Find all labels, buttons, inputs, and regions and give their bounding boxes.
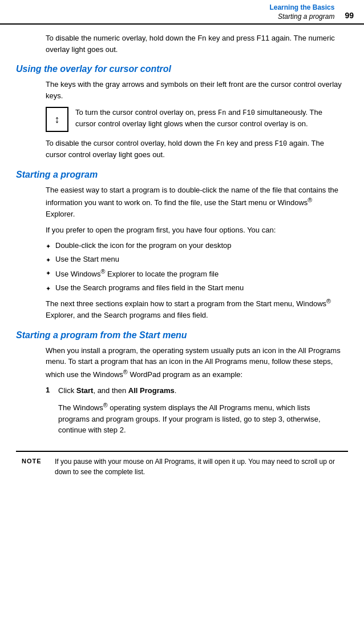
list-item-text: Double-click the icon for the program on… [55,240,232,251]
bottom-note-bar: NOTE If you pause with your mouse on All… [16,451,348,477]
options-list: ✦ Double-click the icon for the program … [46,240,342,293]
starting-content: The easiest way to start a program is to… [46,185,342,321]
start-menu-para1: When you install a program, the operatin… [46,345,342,380]
list-item: ✦ Use the Start menu [46,254,342,265]
overlay-content: The keys with the gray arrows and symbol… [46,79,342,161]
header-section: Starting a program [269,13,334,22]
intro-paragraph: To disable the numeric overlay, hold dow… [46,33,342,55]
page-number: 99 [345,11,354,21]
starting-para1: The easiest way to start a program is to… [46,185,342,220]
start-menu-content: When you install a program, the operatin… [46,345,342,440]
header-chapter: Learning the Basics [269,3,334,13]
intro-section: To disable the numeric overlay, hold dow… [46,33,342,55]
arrows-icon: ↕ [55,114,60,126]
header-text: Learning the Basics Starting a program [269,3,334,21]
note-body-text: If you pause with your mouse on All Prog… [55,456,342,477]
bullet-icon: ✦ [46,242,51,251]
step-1-row: 1 Click Start, and then All Programs. Th… [46,385,342,440]
list-item: ✦ Use the Search programs and files fiel… [46,282,342,294]
note-box: ↕ To turn the cursor control overlay on,… [46,107,342,132]
overlay-para1: The keys with the gray arrows and symbol… [46,79,342,101]
starting-para2: If you prefer to open the program first,… [46,225,342,236]
list-item: ✦ Double-click the icon for the program … [46,240,342,251]
start-menu-heading: Starting a program from the Start menu [16,330,348,340]
bullet-icon: ✦ [46,255,51,265]
list-item: ✦ Use Windows® Explorer to locate the pr… [46,267,342,280]
main-content: To disable the numeric overlay, hold dow… [0,25,364,485]
page-header: Learning the Basics Starting a program 9… [0,0,364,25]
step-1-content: Click Start, and then All Programs. The … [58,385,342,440]
list-item-text: Use the Search programs and files field … [55,282,244,294]
overlay-para2: To disable the cursor control overlay, h… [46,138,342,161]
cursor-icon: ↕ [46,107,68,132]
overlay-heading: Using the overlay for cursor control [16,64,348,74]
list-item-text: Use the Start menu [55,254,119,265]
note-box-text: To turn the cursor control overlay on, p… [75,107,342,130]
step-1-number: 1 [46,386,58,394]
bullet-icon: ✦ [46,284,51,294]
step-1-instruction: Click Start, and then All Programs. [58,385,342,396]
step-1-result: The Windows® operating system displays t… [58,400,342,436]
list-item-text: Use Windows® Explorer to locate the prog… [55,267,219,280]
note-label: NOTE [22,458,45,464]
starting-para3: The next three sections explain how to s… [46,297,342,320]
starting-heading: Starting a program [16,170,348,180]
note-box-content: To turn the cursor control overlay on, p… [75,108,322,128]
bullet-icon: ✦ [46,269,51,278]
